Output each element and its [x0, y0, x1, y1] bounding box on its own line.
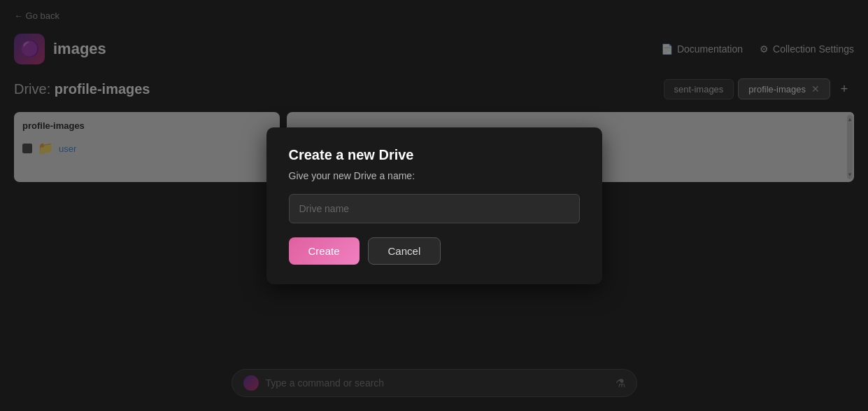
- cancel-button[interactable]: Cancel: [368, 237, 441, 265]
- drive-name-input[interactable]: [289, 194, 580, 223]
- modal-subtitle: Give your new Drive a name:: [289, 170, 580, 181]
- modal: Create a new Drive Give your new Drive a…: [266, 127, 602, 284]
- modal-overlay: Create a new Drive Give your new Drive a…: [0, 0, 868, 411]
- modal-buttons: Create Cancel: [289, 237, 580, 265]
- create-button[interactable]: Create: [289, 237, 360, 265]
- modal-title: Create a new Drive: [289, 147, 580, 163]
